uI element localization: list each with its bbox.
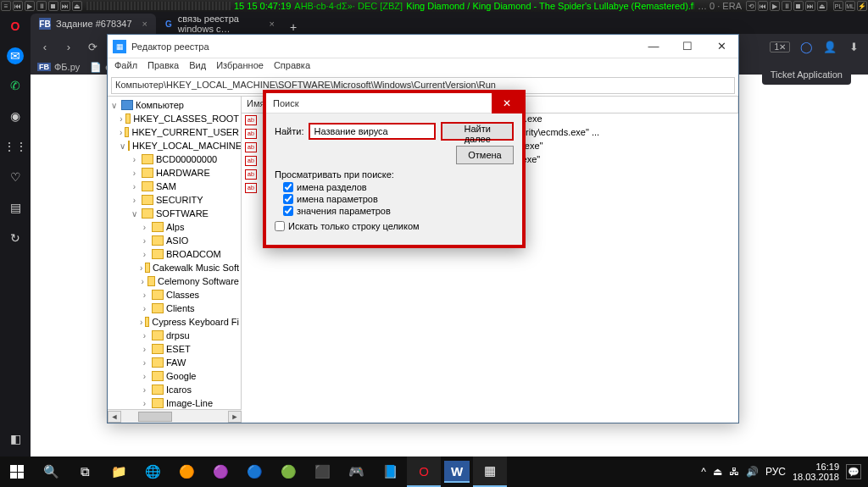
tree-node[interactable]: ∨Компьютер bbox=[109, 98, 239, 112]
heart-icon[interactable]: ♡ bbox=[6, 168, 25, 186]
scroll-left-button[interactable]: ◄ bbox=[108, 411, 121, 423]
winamp-r6-icon[interactable]: ⏭ bbox=[805, 1, 815, 11]
tray-safe-remove-icon[interactable]: ⏏ bbox=[713, 466, 722, 478]
download-icon[interactable]: ⬇ bbox=[846, 39, 861, 54]
nav-forward-button[interactable]: › bbox=[61, 39, 76, 54]
sync-icon[interactable]: ◯ bbox=[798, 39, 814, 54]
winamp-ml-button[interactable]: ML bbox=[845, 1, 855, 11]
tree-node[interactable]: ›FAW bbox=[109, 356, 239, 369]
tab-0[interactable]: FB Задание #678347 × bbox=[31, 14, 156, 34]
task-search-icon[interactable]: 🔍 bbox=[34, 457, 68, 487]
opera-logo-icon[interactable]: O bbox=[6, 17, 25, 36]
tray-chevron-icon[interactable]: ^ bbox=[701, 466, 706, 478]
find-next-button[interactable]: Найти далее bbox=[441, 122, 514, 141]
chk-values-box[interactable] bbox=[283, 194, 293, 204]
tree-node[interactable]: ›ASIO bbox=[109, 234, 239, 247]
tree-node[interactable]: ›ESET bbox=[109, 342, 239, 356]
tab-1[interactable]: G связь реестра windows с… × bbox=[156, 14, 283, 34]
tree-node[interactable]: ›SAM bbox=[109, 180, 239, 193]
tree-node[interactable]: ›Celemony Software bbox=[109, 274, 239, 288]
tree-node[interactable]: ›Google bbox=[109, 369, 239, 383]
chk-data[interactable]: значения параметров bbox=[283, 206, 514, 216]
menu-edit[interactable]: Правка bbox=[147, 60, 179, 74]
task-app2-icon[interactable]: 🟣 bbox=[203, 457, 237, 487]
messenger-icon[interactable]: ✉ bbox=[7, 47, 24, 64]
scroll-track[interactable] bbox=[121, 411, 228, 423]
tree-node[interactable]: ›HKEY_CURRENT_USER bbox=[109, 125, 239, 139]
tab-0-close-icon[interactable]: × bbox=[142, 19, 147, 29]
tree-node[interactable]: ∨SOFTWARE bbox=[109, 207, 239, 220]
winamp-r3-icon[interactable]: ▶ bbox=[770, 1, 780, 11]
blocker-counter[interactable]: 1✕ bbox=[770, 42, 790, 53]
task-app5-icon[interactable]: ⬛ bbox=[305, 457, 339, 487]
task-app4-icon[interactable]: 🟢 bbox=[271, 457, 305, 487]
bookmark-0[interactable]: FB ФБ.ру bbox=[37, 62, 80, 72]
regedit-tree[interactable]: ∨Компьютер›HKEY_CLASSES_ROOT›HKEY_CURREN… bbox=[108, 97, 242, 409]
whatsapp-icon[interactable]: ✆ bbox=[6, 76, 25, 95]
find-input[interactable] bbox=[309, 123, 436, 140]
nav-reload-button[interactable]: ⟳ bbox=[85, 39, 100, 54]
tree-node[interactable]: ›Classes bbox=[109, 288, 239, 302]
sidebar-toggle-icon[interactable]: ◧ bbox=[6, 429, 25, 448]
profile-icon[interactable]: 👤 bbox=[822, 39, 837, 54]
winamp-r1-icon[interactable]: ⟲ bbox=[746, 1, 756, 11]
chk-keys-box[interactable] bbox=[283, 182, 293, 192]
tree-hscroll[interactable]: ◄ ► bbox=[108, 409, 242, 423]
winamp-stop-icon[interactable]: ⏹ bbox=[48, 1, 58, 11]
task-opera-icon[interactable]: O bbox=[407, 457, 441, 487]
window-maximize-button[interactable]: ☐ bbox=[670, 35, 704, 58]
chk-values[interactable]: имена параметров bbox=[283, 194, 514, 204]
tray-network-icon[interactable]: 🖧 bbox=[729, 466, 739, 478]
menu-file[interactable]: Файл bbox=[114, 60, 137, 74]
tree-node[interactable]: ›Image-Line bbox=[109, 396, 239, 409]
winamp-r4-icon[interactable]: ⏸ bbox=[782, 1, 792, 11]
tree-node[interactable]: ›drpsu bbox=[109, 329, 239, 342]
start-button[interactable] bbox=[0, 457, 34, 487]
tree-node[interactable]: ›Cakewalk Music Soft bbox=[109, 261, 239, 274]
window-close-button[interactable]: ✕ bbox=[704, 35, 738, 58]
winamp-lightning-icon[interactable]: ⚡ bbox=[857, 1, 867, 11]
winamp-r5-icon[interactable]: ⏹ bbox=[793, 1, 804, 11]
tree-node[interactable]: ›Clients bbox=[109, 302, 239, 315]
tray-notifications-icon[interactable]: 💬 bbox=[846, 464, 861, 479]
task-chrome-icon[interactable]: 🌐 bbox=[136, 457, 170, 487]
winamp-prev-icon[interactable]: ⏮ bbox=[13, 1, 23, 11]
new-tab-button[interactable]: + bbox=[283, 20, 303, 34]
winamp-eject-icon[interactable]: ⏏ bbox=[72, 1, 82, 11]
nav-back-button[interactable]: ‹ bbox=[37, 39, 53, 54]
task-word-icon[interactable]: W bbox=[444, 461, 470, 483]
task-app3-icon[interactable]: 🔵 bbox=[237, 457, 271, 487]
tree-node[interactable]: ›BROADCOM bbox=[109, 247, 239, 261]
tree-node[interactable]: ›HKEY_CLASSES_ROOT bbox=[109, 112, 239, 125]
regedit-titlebar[interactable]: ▦ Редактор реестра — ☐ ✕ bbox=[108, 35, 738, 58]
winamp-r7-icon[interactable]: ⏏ bbox=[817, 1, 827, 11]
chk-data-box[interactable] bbox=[283, 206, 293, 216]
winamp-next-icon[interactable]: ⏭ bbox=[60, 1, 70, 11]
winamp-pause-icon[interactable]: ⏸ bbox=[36, 1, 47, 11]
menu-help[interactable]: Справка bbox=[274, 60, 310, 74]
tree-node[interactable]: ›Icaros bbox=[109, 383, 239, 396]
tree-node[interactable]: ›HARDWARE bbox=[109, 166, 239, 180]
task-app1-icon[interactable]: 🟠 bbox=[170, 457, 203, 487]
tree-node[interactable]: ∨HKEY_LOCAL_MACHINE bbox=[109, 139, 239, 152]
task-explorer-icon[interactable]: 📁 bbox=[102, 457, 136, 487]
scroll-right-button[interactable]: ► bbox=[228, 411, 242, 423]
task-regedit-icon[interactable]: ▦ bbox=[473, 457, 507, 487]
camera-icon[interactable]: ◉ bbox=[6, 107, 25, 125]
tab-1-close-icon[interactable]: × bbox=[270, 19, 275, 29]
task-app6-icon[interactable]: 🎮 bbox=[339, 457, 373, 487]
winamp-pl-button[interactable]: PL bbox=[833, 1, 843, 11]
cancel-button[interactable]: Отмена bbox=[456, 146, 514, 164]
search-titlebar[interactable]: Поиск ✕ bbox=[266, 93, 522, 113]
chk-whole-box[interactable] bbox=[275, 221, 285, 231]
task-view-icon[interactable]: ⧉ bbox=[68, 457, 102, 487]
tray-volume-icon[interactable]: 🔊 bbox=[746, 466, 759, 478]
winamp-play-icon[interactable]: ▶ bbox=[25, 1, 35, 11]
history-icon[interactable]: ↻ bbox=[6, 229, 25, 247]
news-icon[interactable]: ▤ bbox=[6, 198, 25, 217]
menu-favorites[interactable]: Избранное bbox=[216, 60, 264, 74]
winamp-menu-icon[interactable]: ≡ bbox=[1, 1, 11, 11]
chk-whole[interactable]: Искать только строку целиком bbox=[275, 221, 514, 231]
bookmarks-icon[interactable]: ⋮⋮ bbox=[6, 137, 25, 156]
tree-node[interactable]: ›BCD00000000 bbox=[109, 152, 239, 166]
